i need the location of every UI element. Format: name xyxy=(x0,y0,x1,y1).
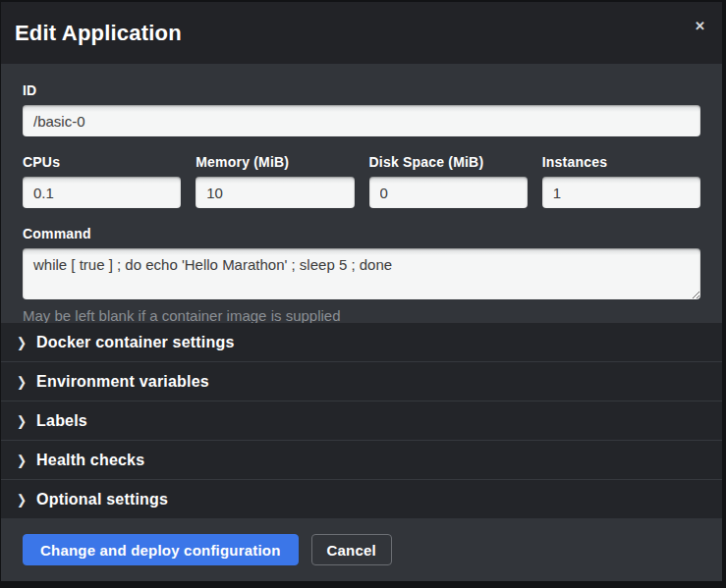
chevron-right-icon: ❯ xyxy=(17,493,27,507)
disk-input[interactable] xyxy=(369,177,528,208)
section-optional-settings[interactable]: ❯ Optional settings xyxy=(1,479,722,518)
disk-field-group: Disk Space (MiB) xyxy=(369,154,528,208)
chevron-right-icon: ❯ xyxy=(17,375,27,389)
collapsible-sections: ❯ Docker container settings ❯ Environmen… xyxy=(1,323,722,518)
id-input[interactable] xyxy=(23,105,700,136)
chevron-right-icon: ❯ xyxy=(17,414,27,428)
command-textarea[interactable]: while [ true ] ; do echo 'Hello Marathon… xyxy=(23,248,700,299)
memory-label: Memory (MiB) xyxy=(195,154,354,170)
id-field-group: ID xyxy=(23,82,700,136)
chevron-right-icon: ❯ xyxy=(17,336,27,349)
command-label: Command xyxy=(23,226,700,241)
resources-row: CPUs Memory (MiB) Disk Space (MiB) Insta… xyxy=(23,154,700,208)
cancel-button[interactable]: Cancel xyxy=(311,534,392,565)
section-label: Labels xyxy=(36,412,87,430)
memory-field-group: Memory (MiB) xyxy=(195,154,354,208)
command-field-group: Command while [ true ] ; do echo 'Hello … xyxy=(23,226,700,324)
page-title: Edit Application xyxy=(15,21,182,46)
section-label: Optional settings xyxy=(36,491,168,508)
modal-footer: Change and deploy configuration Cancel xyxy=(1,518,722,581)
section-environment-variables[interactable]: ❯ Environment variables xyxy=(1,361,722,401)
memory-input[interactable] xyxy=(195,177,354,208)
chevron-right-icon: ❯ xyxy=(17,454,27,467)
edit-application-modal: Edit Application ✕ ID CPUs Memory (MiB) … xyxy=(1,2,722,581)
id-label: ID xyxy=(23,82,700,98)
section-label: Health checks xyxy=(36,452,144,469)
section-health-checks[interactable]: ❯ Health checks xyxy=(1,440,722,479)
modal-header: Edit Application ✕ xyxy=(1,2,722,64)
cpus-label: CPUs xyxy=(23,154,181,170)
cpus-input[interactable] xyxy=(23,177,181,208)
instances-field-group: Instances xyxy=(542,154,700,208)
section-label: Docker container settings xyxy=(36,334,235,351)
instances-label: Instances xyxy=(542,154,700,170)
disk-label: Disk Space (MiB) xyxy=(369,154,528,170)
section-label: Environment variables xyxy=(36,373,209,391)
close-icon[interactable]: ✕ xyxy=(693,18,707,34)
section-docker-container-settings[interactable]: ❯ Docker container settings xyxy=(1,323,722,361)
change-and-deploy-button[interactable]: Change and deploy configuration xyxy=(23,534,299,565)
command-help-text: May be left blank if a container image i… xyxy=(23,307,700,324)
modal-body: ID CPUs Memory (MiB) Disk Space (MiB) In… xyxy=(1,64,722,323)
instances-input[interactable] xyxy=(542,177,700,208)
cpus-field-group: CPUs xyxy=(23,154,181,208)
section-labels[interactable]: ❯ Labels xyxy=(1,401,722,440)
